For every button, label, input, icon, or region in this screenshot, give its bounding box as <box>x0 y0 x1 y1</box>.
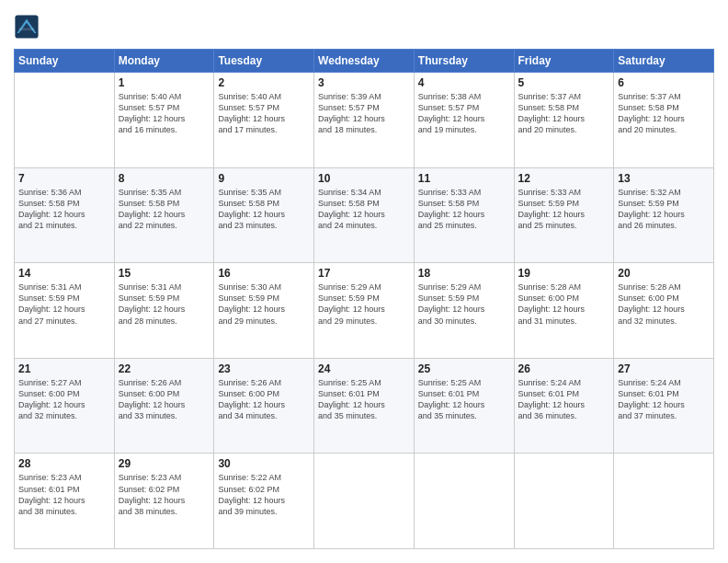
day-number: 4 <box>418 76 510 89</box>
calendar-cell: 18Sunrise: 5:29 AM Sunset: 5:59 PM Dayli… <box>414 263 514 359</box>
calendar-cell <box>514 454 614 549</box>
calendar-cell: 9Sunrise: 5:35 AM Sunset: 5:58 PM Daylig… <box>214 167 314 263</box>
calendar-cell: 15Sunrise: 5:31 AM Sunset: 5:59 PM Dayli… <box>114 263 214 359</box>
day-number: 25 <box>418 362 510 375</box>
day-number: 18 <box>418 267 510 280</box>
weekday-header-row: SundayMondayTuesdayWednesdayThursdayFrid… <box>15 50 714 73</box>
calendar-cell: 28Sunrise: 5:23 AM Sunset: 6:01 PM Dayli… <box>15 454 115 549</box>
logo <box>14 14 41 40</box>
day-number: 30 <box>218 457 310 470</box>
calendar-cell: 13Sunrise: 5:32 AM Sunset: 5:59 PM Dayli… <box>614 167 714 263</box>
day-info: Sunrise: 5:38 AM Sunset: 5:57 PM Dayligh… <box>418 91 510 136</box>
day-info: Sunrise: 5:40 AM Sunset: 5:57 PM Dayligh… <box>218 91 310 136</box>
day-info: Sunrise: 5:33 AM Sunset: 5:58 PM Dayligh… <box>418 187 510 232</box>
day-info: Sunrise: 5:26 AM Sunset: 6:00 PM Dayligh… <box>119 377 210 422</box>
day-number: 21 <box>18 362 110 375</box>
day-info: Sunrise: 5:34 AM Sunset: 5:58 PM Dayligh… <box>318 187 410 232</box>
day-number: 14 <box>18 267 110 280</box>
day-number: 8 <box>119 172 210 185</box>
calendar-cell <box>614 454 714 549</box>
day-info: Sunrise: 5:24 AM Sunset: 6:01 PM Dayligh… <box>518 377 610 422</box>
day-number: 24 <box>318 362 410 375</box>
day-info: Sunrise: 5:39 AM Sunset: 5:57 PM Dayligh… <box>318 91 410 136</box>
day-info: Sunrise: 5:37 AM Sunset: 5:58 PM Dayligh… <box>518 91 610 136</box>
day-number: 20 <box>618 267 710 280</box>
day-info: Sunrise: 5:23 AM Sunset: 6:02 PM Dayligh… <box>119 472 210 517</box>
day-number: 2 <box>218 76 310 89</box>
calendar-cell: 27Sunrise: 5:24 AM Sunset: 6:01 PM Dayli… <box>614 358 714 454</box>
day-info: Sunrise: 5:28 AM Sunset: 6:00 PM Dayligh… <box>618 282 710 327</box>
calendar-cell: 25Sunrise: 5:25 AM Sunset: 6:01 PM Dayli… <box>414 358 514 454</box>
calendar-cell: 19Sunrise: 5:28 AM Sunset: 6:00 PM Dayli… <box>514 263 614 359</box>
day-number: 29 <box>119 457 210 470</box>
day-number: 27 <box>618 362 710 375</box>
day-info: Sunrise: 5:37 AM Sunset: 5:58 PM Dayligh… <box>618 91 710 136</box>
day-number: 13 <box>618 172 710 185</box>
day-info: Sunrise: 5:35 AM Sunset: 5:58 PM Dayligh… <box>218 187 310 232</box>
calendar-cell: 1Sunrise: 5:40 AM Sunset: 5:57 PM Daylig… <box>114 73 214 168</box>
day-number: 7 <box>18 172 110 185</box>
day-info: Sunrise: 5:32 AM Sunset: 5:59 PM Dayligh… <box>618 187 710 232</box>
day-number: 15 <box>119 267 210 280</box>
calendar-cell: 8Sunrise: 5:35 AM Sunset: 5:58 PM Daylig… <box>114 167 214 263</box>
day-info: Sunrise: 5:33 AM Sunset: 5:59 PM Dayligh… <box>518 187 610 232</box>
day-number: 16 <box>218 267 310 280</box>
calendar-cell: 22Sunrise: 5:26 AM Sunset: 6:00 PM Dayli… <box>114 358 214 454</box>
day-number: 12 <box>518 172 610 185</box>
calendar-week-2: 7Sunrise: 5:36 AM Sunset: 5:58 PM Daylig… <box>15 167 714 263</box>
calendar-week-4: 21Sunrise: 5:27 AM Sunset: 6:00 PM Dayli… <box>15 358 714 454</box>
calendar-cell: 3Sunrise: 5:39 AM Sunset: 5:57 PM Daylig… <box>314 73 415 168</box>
calendar-cell: 26Sunrise: 5:24 AM Sunset: 6:01 PM Dayli… <box>514 358 614 454</box>
weekday-tuesday: Tuesday <box>214 50 314 73</box>
calendar-cell: 20Sunrise: 5:28 AM Sunset: 6:00 PM Dayli… <box>614 263 714 359</box>
day-number: 28 <box>18 457 110 470</box>
weekday-wednesday: Wednesday <box>314 50 415 73</box>
calendar-cell: 7Sunrise: 5:36 AM Sunset: 5:58 PM Daylig… <box>15 167 115 263</box>
day-number: 23 <box>218 362 310 375</box>
weekday-saturday: Saturday <box>614 50 714 73</box>
day-info: Sunrise: 5:29 AM Sunset: 5:59 PM Dayligh… <box>318 282 410 327</box>
day-number: 22 <box>119 362 210 375</box>
logo-icon <box>14 14 40 40</box>
day-info: Sunrise: 5:25 AM Sunset: 6:01 PM Dayligh… <box>418 377 510 422</box>
calendar-cell: 12Sunrise: 5:33 AM Sunset: 5:59 PM Dayli… <box>514 167 614 263</box>
day-number: 17 <box>318 267 410 280</box>
day-info: Sunrise: 5:31 AM Sunset: 5:59 PM Dayligh… <box>119 282 210 327</box>
calendar-week-5: 28Sunrise: 5:23 AM Sunset: 6:01 PM Dayli… <box>15 454 714 549</box>
day-info: Sunrise: 5:23 AM Sunset: 6:01 PM Dayligh… <box>18 472 110 517</box>
day-info: Sunrise: 5:24 AM Sunset: 6:01 PM Dayligh… <box>618 377 710 422</box>
calendar-cell <box>314 454 415 549</box>
calendar-cell: 17Sunrise: 5:29 AM Sunset: 5:59 PM Dayli… <box>314 263 415 359</box>
calendar-table: SundayMondayTuesdayWednesdayThursdayFrid… <box>14 49 714 549</box>
day-number: 19 <box>518 267 610 280</box>
day-number: 9 <box>218 172 310 185</box>
day-info: Sunrise: 5:28 AM Sunset: 6:00 PM Dayligh… <box>518 282 610 327</box>
calendar-cell: 30Sunrise: 5:22 AM Sunset: 6:02 PM Dayli… <box>214 454 314 549</box>
svg-rect-3 <box>19 28 35 30</box>
day-number: 6 <box>618 76 710 89</box>
weekday-friday: Friday <box>514 50 614 73</box>
day-number: 1 <box>119 76 210 89</box>
calendar-cell: 21Sunrise: 5:27 AM Sunset: 6:00 PM Dayli… <box>15 358 115 454</box>
day-number: 11 <box>418 172 510 185</box>
day-number: 26 <box>518 362 610 375</box>
calendar-cell <box>15 73 115 168</box>
day-number: 3 <box>318 76 410 89</box>
header <box>14 14 714 40</box>
calendar-cell: 6Sunrise: 5:37 AM Sunset: 5:58 PM Daylig… <box>614 73 714 168</box>
weekday-thursday: Thursday <box>414 50 514 73</box>
calendar-cell: 2Sunrise: 5:40 AM Sunset: 5:57 PM Daylig… <box>214 73 314 168</box>
day-info: Sunrise: 5:27 AM Sunset: 6:00 PM Dayligh… <box>18 377 110 422</box>
calendar-cell <box>414 454 514 549</box>
day-number: 5 <box>518 76 610 89</box>
day-number: 10 <box>318 172 410 185</box>
calendar-cell: 23Sunrise: 5:26 AM Sunset: 6:00 PM Dayli… <box>214 358 314 454</box>
day-info: Sunrise: 5:36 AM Sunset: 5:58 PM Dayligh… <box>18 187 110 232</box>
day-info: Sunrise: 5:22 AM Sunset: 6:02 PM Dayligh… <box>218 472 310 517</box>
calendar-cell: 14Sunrise: 5:31 AM Sunset: 5:59 PM Dayli… <box>15 263 115 359</box>
calendar-week-1: 1Sunrise: 5:40 AM Sunset: 5:57 PM Daylig… <box>15 73 714 168</box>
calendar-cell: 29Sunrise: 5:23 AM Sunset: 6:02 PM Dayli… <box>114 454 214 549</box>
calendar-cell: 5Sunrise: 5:37 AM Sunset: 5:58 PM Daylig… <box>514 73 614 168</box>
calendar-cell: 16Sunrise: 5:30 AM Sunset: 5:59 PM Dayli… <box>214 263 314 359</box>
calendar-cell: 10Sunrise: 5:34 AM Sunset: 5:58 PM Dayli… <box>314 167 415 263</box>
